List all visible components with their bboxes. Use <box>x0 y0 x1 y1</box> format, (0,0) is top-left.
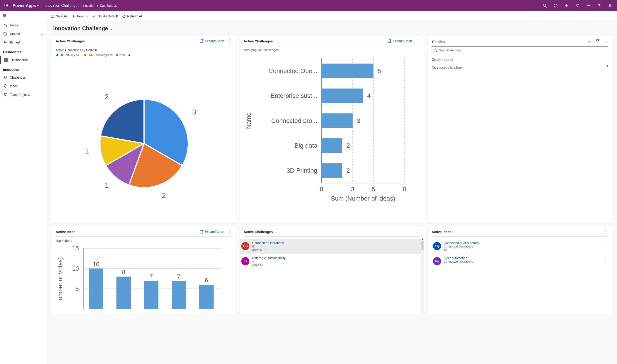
list-item-sub1: Connected Operations <box>444 260 601 263</box>
timeline-add-icon[interactable]: ＋ <box>587 39 592 45</box>
svg-text:10: 10 <box>93 261 99 268</box>
list-item-sub2: 8 <box>444 263 601 267</box>
refresh-button[interactable]: Refresh All <box>122 14 143 18</box>
nav-group-dashboards: Dashboards <box>0 47 47 56</box>
card-title: Active Ideas <box>56 230 76 234</box>
legend-next-icon[interactable]: ▶ <box>129 53 131 57</box>
card-active-challenges-domain: Active Challenges Expand Chart ⋮ Active … <box>52 35 236 222</box>
expand-chart-button[interactable]: Expand Chart <box>200 230 224 234</box>
scrollbar[interactable]: ▴ <box>421 238 424 313</box>
left-nav: Home Recent⌄ Pinned⌄ Dashboards Dashboar… <box>0 11 47 364</box>
row-more-icon[interactable]: ⋮ <box>603 256 607 260</box>
page-header: Innovation Challenge ⌄ <box>47 21 617 33</box>
settings-icon[interactable] <box>583 0 593 11</box>
card-title: Active Challenges <box>243 230 273 234</box>
add-icon[interactable] <box>561 0 572 11</box>
page-title: Innovation Challenge <box>53 25 108 32</box>
svg-rect-53 <box>322 64 374 78</box>
svg-line-10 <box>546 6 547 7</box>
svg-text:Big data: Big data <box>295 142 318 149</box>
list-item[interactable]: CO Connected Operations 5 3/12/2018 ⋮ <box>240 239 424 254</box>
card-more-icon[interactable]: ⋮ <box>416 229 420 234</box>
svg-text:7: 7 <box>149 273 153 280</box>
avatar: Cq <box>433 242 441 250</box>
chevron-down-icon[interactable]: ⌄ <box>41 40 43 44</box>
top-bar: Power Apps ▾ Innovation Challenge Innova… <box>0 0 617 11</box>
help-icon[interactable] <box>593 0 604 11</box>
card-more-icon[interactable]: ⋮ <box>603 229 608 234</box>
chevron-down-icon[interactable]: ⌄ <box>41 32 43 36</box>
list-item[interactable]: Fa Fleet automation Connected Operations… <box>432 254 608 269</box>
set-default-button[interactable]: Set As Default <box>92 14 118 18</box>
nav-collapse-button[interactable] <box>0 11 47 21</box>
list-body: Cq Connected quality control Connected O… <box>432 239 608 269</box>
list-item-sub1: 5 <box>252 245 416 248</box>
list-item-title: Connected quality control <box>444 241 601 245</box>
view-selector-icon[interactable]: ⌄ <box>110 26 113 31</box>
create-post-link[interactable]: Create a post <box>432 56 608 63</box>
list-item[interactable]: Cq Connected quality control Connected O… <box>432 239 608 254</box>
timeline-search-input[interactable] <box>432 46 608 54</box>
svg-point-14 <box>588 5 589 6</box>
card-more-icon[interactable]: ⋮ <box>227 39 232 43</box>
chart-legend: ◀ Industry IOT IT/OT convergence New ▶ <box>56 53 232 57</box>
card-more-icon[interactable]: ⋮ <box>227 229 232 234</box>
svg-point-9 <box>543 4 546 7</box>
brand-label: Power Apps <box>13 3 36 8</box>
nav-challenges[interactable]: Challenges <box>0 73 47 82</box>
svg-rect-24 <box>4 60 5 62</box>
svg-rect-2 <box>7 4 8 4</box>
hbar-chart: 0358Connected Ope...5Enterprise sust...4… <box>243 53 420 219</box>
nav-team-projects[interactable]: Team Projects <box>0 90 47 99</box>
new-button[interactable]: New⌄ <box>71 14 88 18</box>
brand[interactable]: Power Apps ▾ <box>11 3 40 8</box>
svg-rect-85 <box>144 281 159 309</box>
nav-home[interactable]: Home <box>0 21 47 29</box>
nav-dashboards[interactable]: Dashboards <box>0 56 47 64</box>
scroll-up-icon[interactable]: ▴ <box>606 63 608 68</box>
svg-text:6: 6 <box>205 277 208 284</box>
save-as-button[interactable]: Save As <box>51 14 67 18</box>
svg-text:3: 3 <box>357 117 360 124</box>
breadcrumb-1[interactable]: Dashboards <box>100 4 117 7</box>
svg-text:1: 1 <box>105 182 109 190</box>
filter-icon[interactable] <box>572 0 583 11</box>
breadcrumb-0[interactable]: Innovation <box>81 4 95 7</box>
timeline-filter-icon[interactable] <box>595 39 600 44</box>
svg-rect-6 <box>4 7 5 7</box>
list-item-sub1: 4 <box>252 260 416 263</box>
card-ideas-list: Active Ideas ⌄ ⋮ Cq Connected quality co… <box>428 226 612 313</box>
svg-text:Connected pro...: Connected pro... <box>271 117 317 124</box>
task-flow-icon[interactable] <box>550 0 561 11</box>
svg-rect-83 <box>116 276 131 309</box>
view-selector-icon[interactable]: ⌄ <box>275 230 277 233</box>
expand-chart-button[interactable]: Expand Chart <box>388 39 412 43</box>
row-more-icon[interactable]: ⋮ <box>603 241 607 246</box>
chevron-down-icon[interactable]: ⌄ <box>86 15 88 18</box>
svg-text:5: 5 <box>372 186 375 193</box>
svg-text:3: 3 <box>192 108 196 116</box>
legend-prev-icon[interactable]: ◀ <box>56 53 58 57</box>
svg-rect-22 <box>4 58 5 60</box>
search-icon[interactable] <box>539 0 550 11</box>
nav-recent[interactable]: Recent⌄ <box>0 29 47 38</box>
nav-pinned[interactable]: Pinned⌄ <box>0 38 47 47</box>
svg-text:umber of Votes): umber of Votes) <box>57 257 64 300</box>
expand-chart-button[interactable]: Expand Chart <box>200 39 224 43</box>
svg-text:15: 15 <box>72 245 79 252</box>
user-icon[interactable] <box>604 0 615 11</box>
card-title: Active Ideas <box>432 230 452 234</box>
card-more-icon[interactable]: ⋮ <box>416 39 420 43</box>
view-selector-icon[interactable]: ⌄ <box>453 230 455 233</box>
svg-rect-65 <box>322 163 342 178</box>
list-item[interactable]: Es Enterprise sustainability 4 4/16/2018… <box>240 254 424 269</box>
svg-text:4: 4 <box>367 92 371 99</box>
list-item-sub2: 3/12/2018 <box>252 248 416 251</box>
svg-rect-8 <box>7 7 8 7</box>
timeline-more-icon[interactable]: ⋯ <box>603 39 608 44</box>
nav-ideas[interactable]: Ideas <box>0 82 47 90</box>
svg-rect-23 <box>6 58 7 60</box>
svg-point-16 <box>609 4 610 6</box>
app-launcher-icon[interactable] <box>2 1 11 10</box>
svg-text:2: 2 <box>162 191 166 199</box>
